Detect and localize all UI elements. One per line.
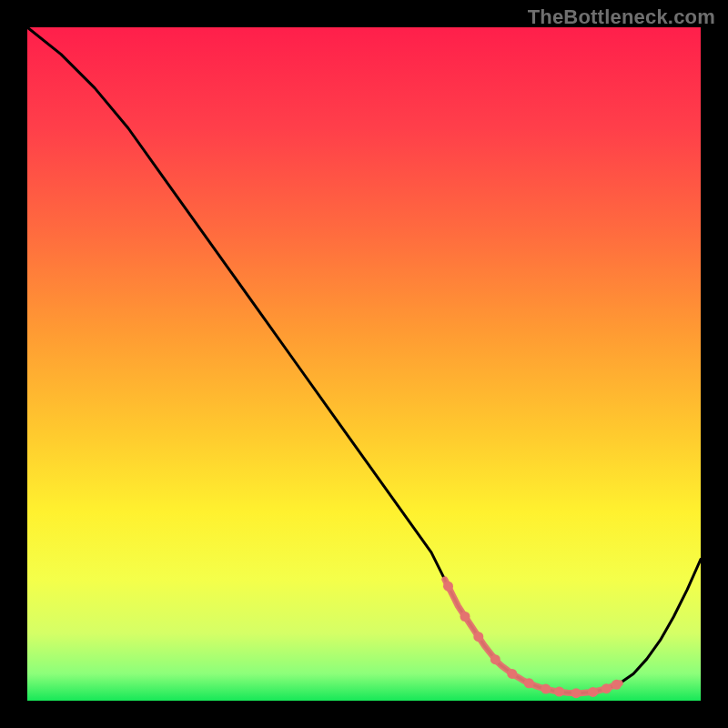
optimal-dot — [473, 632, 483, 642]
watermark-text: TheBottleneck.com — [528, 5, 715, 29]
optimal-dot — [571, 688, 581, 698]
optimal-dot — [602, 683, 612, 693]
optimal-dot — [612, 680, 622, 690]
optimal-dot — [460, 612, 470, 622]
optimal-dot — [554, 687, 564, 697]
chart-svg — [27, 27, 701, 701]
optimal-dot — [541, 684, 551, 694]
chart-container: TheBottleneck.com — [0, 0, 728, 728]
optimal-dot — [588, 687, 598, 697]
optimal-dot — [507, 669, 517, 679]
chart-plot — [27, 27, 701, 701]
optimal-dot — [524, 678, 534, 688]
optimal-dot — [490, 654, 500, 664]
optimal-dot — [443, 581, 453, 592]
